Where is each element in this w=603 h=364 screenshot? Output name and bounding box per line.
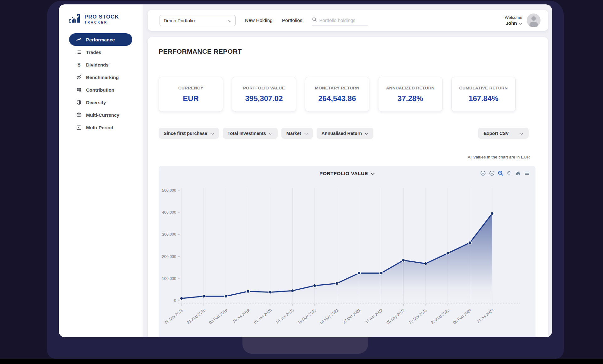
filter-label: Annualised Return bbox=[322, 131, 362, 136]
export-csv-label: Export CSV bbox=[484, 131, 509, 136]
svg-text:300,000: 300,000 bbox=[162, 232, 176, 237]
filter-market[interactable]: Market bbox=[281, 128, 313, 139]
search-box bbox=[312, 15, 368, 26]
stat-card-monetary-return: MONETARY RETURN 264,543.86 bbox=[305, 77, 369, 111]
logo-bars-icon bbox=[69, 13, 81, 24]
filter-label: Total Investments bbox=[228, 131, 266, 136]
double-trend-icon bbox=[76, 74, 82, 80]
laptop-base-edge bbox=[0, 359, 603, 364]
svg-text:16 Jun 2020: 16 Jun 2020 bbox=[275, 308, 295, 324]
stat-value: 167.84% bbox=[469, 94, 498, 103]
svg-text:100,000: 100,000 bbox=[162, 276, 176, 281]
stat-label: PORTFOLIO VALUE bbox=[243, 86, 285, 90]
stat-value: 37.28% bbox=[398, 94, 423, 103]
search-input[interactable] bbox=[319, 18, 363, 23]
pie-chart-icon bbox=[76, 99, 82, 105]
stat-label: ANNUALIZED RETURN bbox=[386, 86, 435, 90]
portfolio-select-value: Demo Portfolio bbox=[164, 18, 195, 23]
app-logo: PRO STOCK TRACKER bbox=[59, 4, 143, 24]
avatar-head bbox=[531, 16, 536, 21]
filter-label: Market bbox=[286, 131, 301, 136]
svg-text:23 Aug 2023: 23 Aug 2023 bbox=[430, 308, 450, 325]
sidebar-item-multi-currency[interactable]: Multi-Currency bbox=[69, 109, 132, 121]
stat-card-currency: CURRENCY EUR bbox=[159, 77, 223, 111]
sidebar-item-trades[interactable]: Trades bbox=[69, 46, 132, 58]
username-dropdown[interactable]: John bbox=[505, 20, 522, 26]
stat-card-portfolio-value: PORTFOLIO VALUE 395,307.02 bbox=[232, 77, 296, 111]
svg-text:21 Aug 2018: 21 Aug 2018 bbox=[186, 308, 206, 325]
chevron-down-icon bbox=[304, 131, 308, 136]
stat-value: 264,543.86 bbox=[318, 94, 356, 103]
trending-up-icon bbox=[76, 37, 82, 42]
avatar-body bbox=[530, 22, 538, 27]
user-menu: Welcome John bbox=[505, 13, 541, 27]
main-panel: PERFORMANCE REPORT CURRENCY EUR PORTFOLI… bbox=[148, 37, 548, 337]
svg-text:25 Sep 2022: 25 Sep 2022 bbox=[386, 308, 406, 325]
blocks-icon bbox=[76, 87, 82, 93]
sidebar-item-dividends[interactable]: $ Dividends bbox=[69, 58, 132, 71]
stat-value: EUR bbox=[183, 94, 199, 103]
chevron-down-icon bbox=[365, 131, 368, 136]
portfolio-select[interactable]: Demo Portfolio bbox=[160, 15, 236, 26]
svg-text:27 Oct 2021: 27 Oct 2021 bbox=[342, 308, 361, 324]
chart-plot[interactable]: 500,000400,000300,000200,000100,000008 M… bbox=[159, 175, 535, 337]
sidebar-item-label: Diversity bbox=[86, 100, 106, 105]
avatar[interactable] bbox=[527, 13, 541, 27]
svg-text:10 Mar 2023: 10 Mar 2023 bbox=[408, 308, 428, 325]
stat-label: CURRENCY bbox=[178, 86, 204, 90]
svg-text:11 Apr 2022: 11 Apr 2022 bbox=[365, 308, 384, 324]
chevron-down-icon bbox=[228, 18, 231, 23]
portfolio-value-chart: PORTFOLIO VALUE bbox=[159, 166, 535, 337]
sidebar-item-label: Multi-Period bbox=[86, 125, 113, 130]
svg-text:200,000: 200,000 bbox=[162, 254, 176, 259]
chevron-down-icon bbox=[519, 131, 523, 136]
filter-return-type[interactable]: Annualised Return bbox=[317, 128, 374, 139]
new-holding-link[interactable]: New Holding bbox=[245, 18, 273, 23]
svg-text:05 Feb 2024: 05 Feb 2024 bbox=[452, 308, 472, 325]
export-csv-button[interactable]: Export CSV bbox=[478, 128, 529, 139]
filter-label: Since first purchase bbox=[164, 131, 207, 136]
username: John bbox=[506, 20, 517, 26]
chevron-down-icon bbox=[210, 131, 214, 136]
sidebar-item-label: Multi-Currency bbox=[86, 112, 119, 118]
svg-text:03 Feb 2019: 03 Feb 2019 bbox=[208, 308, 228, 325]
sidebar-item-performance[interactable]: Performance bbox=[69, 33, 132, 46]
chart-currency-note: All values in the chart are in EUR bbox=[468, 155, 530, 159]
search-icon bbox=[312, 17, 317, 23]
stat-value: 395,307.02 bbox=[245, 94, 283, 103]
filter-period[interactable]: Since first purchase bbox=[159, 128, 219, 139]
svg-text:400,000: 400,000 bbox=[162, 210, 176, 215]
sidebar-item-multi-period[interactable]: Multi-Period bbox=[69, 121, 132, 134]
globe-icon bbox=[76, 112, 82, 118]
stat-card-cumulative-return: CUMULATIVE RETURN 167.84% bbox=[451, 77, 516, 111]
svg-text:500,000: 500,000 bbox=[162, 188, 176, 193]
sidebar-item-diversity[interactable]: Diversity bbox=[69, 96, 132, 109]
chevron-down-icon bbox=[519, 20, 522, 26]
brand-line2: TRACKER bbox=[84, 21, 119, 24]
portfolios-link[interactable]: Portfolios bbox=[282, 18, 302, 23]
chevron-down-icon bbox=[269, 131, 273, 136]
sidebar-item-contribution[interactable]: Contribution bbox=[69, 83, 132, 96]
svg-text:14 May 2021: 14 May 2021 bbox=[319, 308, 340, 325]
sidebar: PRO STOCK TRACKER Performance Trades $ D… bbox=[59, 4, 143, 337]
filter-chips: Since first purchase Total Investments M… bbox=[159, 128, 373, 139]
svg-text:01 Jan 2020: 01 Jan 2020 bbox=[253, 308, 273, 324]
content-area: Demo Portfolio New Holding Portfolios We… bbox=[143, 4, 552, 337]
page-title: PERFORMANCE REPORT bbox=[159, 48, 242, 55]
stat-cards: CURRENCY EUR PORTFOLIO VALUE 395,307.02 … bbox=[159, 77, 516, 111]
welcome-text: Welcome bbox=[505, 15, 522, 20]
brand-line1: PRO STOCK bbox=[84, 14, 119, 20]
laptop-hinge-notch bbox=[242, 337, 368, 354]
stat-label: MONETARY RETURN bbox=[315, 86, 360, 90]
sidebar-item-benchmarking[interactable]: Benchmarking bbox=[69, 71, 132, 83]
topbar: Demo Portfolio New Holding Portfolios We… bbox=[148, 10, 548, 31]
svg-text:19 Jul 2019: 19 Jul 2019 bbox=[232, 308, 251, 324]
dollar-icon: $ bbox=[76, 62, 82, 67]
sidebar-item-label: Contribution bbox=[86, 87, 114, 93]
filter-investments[interactable]: Total Investments bbox=[223, 128, 278, 139]
svg-text:08 Mar 2018: 08 Mar 2018 bbox=[164, 308, 184, 325]
svg-text:21 Jul 2024: 21 Jul 2024 bbox=[476, 308, 495, 324]
sidebar-item-label: Benchmarking bbox=[86, 75, 119, 80]
list-icon bbox=[76, 49, 82, 55]
calendar-icon bbox=[76, 125, 82, 130]
